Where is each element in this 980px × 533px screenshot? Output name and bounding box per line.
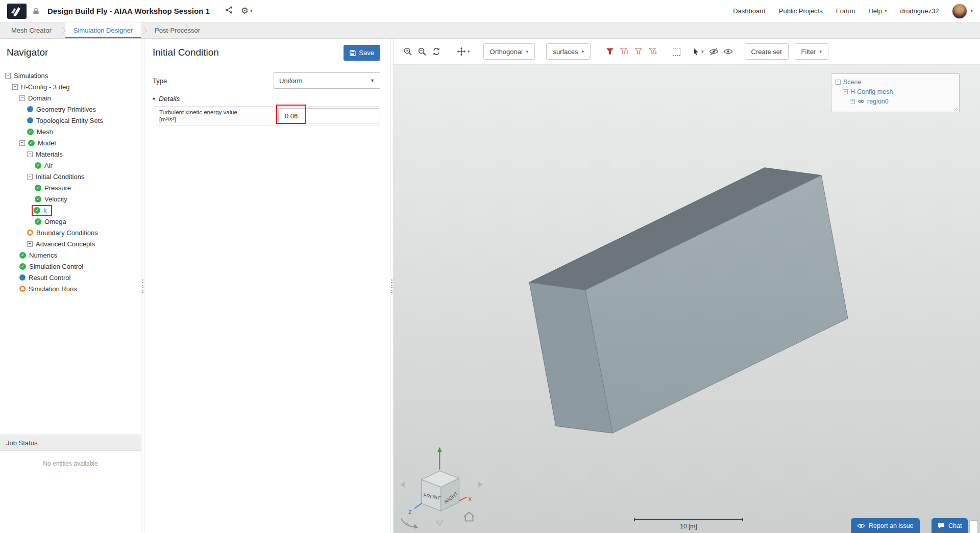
create-set-button[interactable]: Create set (745, 43, 789, 60)
select-tool-button[interactable]: ▾ (692, 47, 704, 56)
nav-item-k[interactable]: ✓ k (0, 205, 141, 216)
nav-forum[interactable]: Forum (836, 7, 855, 15)
scale-bar-line (634, 518, 743, 521)
rotate-left-arrow-icon[interactable] (400, 481, 405, 488)
marquee-select-button[interactable] (669, 44, 683, 59)
filter-solid-button[interactable] (603, 44, 617, 59)
status-check-icon: ✓ (35, 218, 41, 225)
splitter-grip-icon[interactable] (142, 280, 143, 293)
status-ring-icon (19, 286, 26, 292)
nav-item-simulation-runs[interactable]: Simulation Runs (0, 283, 141, 294)
panel-splitter[interactable] (390, 39, 394, 533)
expand-icon[interactable]: + (850, 99, 855, 104)
cursor-icon (692, 47, 700, 56)
collapse-icon[interactable]: − (12, 84, 18, 90)
collapse-icon[interactable]: − (27, 151, 33, 157)
scene-item-mesh[interactable]: − H-Config mesh (835, 87, 956, 96)
details-triangle-icon: ▼ (152, 96, 156, 101)
type-label: Type (153, 77, 167, 85)
nav-item-boundary-conditions[interactable]: Boundary Conditions (0, 227, 141, 238)
field-row: Turbulent kinetic energy value [m²/s²] (154, 106, 380, 125)
zoom-out-button[interactable] (415, 44, 429, 59)
x-axis-icon (459, 497, 467, 501)
nav-item-result-control[interactable]: Result Control (0, 272, 141, 283)
nav-item-materials[interactable]: − Materials (0, 148, 141, 160)
nav-item-simulations[interactable]: − Simulations (0, 70, 141, 81)
collapse-icon[interactable]: − (19, 140, 25, 146)
share-icon[interactable] (225, 6, 233, 16)
reset-view-button[interactable] (429, 44, 444, 59)
home-icon[interactable] (464, 512, 474, 521)
nav-item-advanced-concepts[interactable]: + Advanced Concepts (0, 238, 141, 249)
scene-item-region0[interactable]: + region0 (835, 97, 956, 106)
tab-mesh-creator[interactable]: Mesh Creator (3, 22, 60, 38)
collapsed-widget[interactable] (969, 520, 978, 533)
report-issue-button[interactable]: Report an issue (851, 518, 920, 533)
chevron-down-icon: ▾ (819, 49, 822, 54)
collapse-icon[interactable]: − (19, 95, 25, 101)
nav-item-geometry-primitives[interactable]: Geometry Primitives (0, 104, 141, 115)
settings-menu[interactable]: ⚙ ▾ (241, 7, 253, 15)
type-select[interactable]: Uniform ▼ (274, 72, 380, 89)
save-button[interactable]: Save (344, 45, 380, 61)
nav-item-air[interactable]: ✓ Air (0, 160, 141, 171)
zoom-in-button[interactable] (401, 44, 415, 59)
nav-item-h-config[interactable]: − H-Config - 3 deg (0, 81, 141, 92)
projection-dropdown[interactable]: Orthogonal ▾ (483, 43, 535, 60)
status-dot-icon (19, 274, 26, 281)
filter-outline-button[interactable] (631, 44, 646, 59)
username[interactable]: drodriguez32 (900, 7, 939, 15)
project-title: Design Build Fly - AIAA Workshop Session… (47, 7, 210, 15)
filter-remove-button[interactable] (646, 44, 660, 59)
app-logo-icon[interactable] (7, 4, 27, 19)
tab-post-processor[interactable]: Post-Processor (146, 22, 208, 38)
panel-splitter[interactable] (141, 39, 144, 533)
annotation-box-k: ✓ k (32, 205, 52, 216)
resize-grip-icon[interactable] (953, 106, 959, 111)
nav-public-projects[interactable]: Public Projects (779, 7, 823, 15)
collapse-icon[interactable]: − (836, 80, 841, 85)
scene-tree-panel[interactable]: − Scene − H-Config mesh + region0 (831, 73, 960, 112)
nav-item-domain[interactable]: − Domain (0, 92, 141, 104)
filter-dropdown[interactable]: Filter ▾ (795, 43, 828, 60)
chat-button[interactable]: Chat (932, 518, 968, 533)
collapse-icon[interactable]: − (27, 174, 33, 180)
eye-icon[interactable] (857, 99, 865, 104)
kinetic-energy-input[interactable] (278, 108, 379, 123)
nav-dashboard[interactable]: Dashboard (733, 7, 766, 15)
expand-icon[interactable]: + (27, 241, 33, 247)
nav-item-model[interactable]: − ✓ Model (0, 137, 141, 148)
hide-selected-button[interactable] (707, 44, 721, 59)
orientation-cube[interactable]: FRONT RIGHT x z (398, 441, 485, 530)
nav-item-pressure[interactable]: ✓ Pressure (0, 182, 141, 193)
tab-simulation-designer[interactable]: Simulation Designer (65, 22, 141, 38)
nav-item-initial-conditions[interactable]: − Initial Conditions (0, 171, 141, 182)
field-label: Turbulent kinetic energy value [m²/s²] (159, 109, 237, 123)
nav-help[interactable]: Help ▾ (868, 7, 887, 15)
chevron-down-icon: ▾ (250, 9, 253, 13)
move-tool-button[interactable]: ▾ (457, 47, 470, 56)
splitter-grip-icon[interactable] (391, 280, 393, 293)
status-check-icon: ✓ (35, 162, 41, 169)
rotate-right-arrow-icon[interactable] (478, 481, 483, 488)
nav-item-numerics[interactable]: ✓ Numerics (0, 249, 141, 261)
user-menu[interactable]: ▾ (952, 4, 973, 19)
avatar[interactable] (952, 4, 967, 19)
collapse-icon[interactable]: − (5, 73, 11, 79)
render-mode-dropdown[interactable]: surfaces ▾ (546, 43, 591, 60)
nav-item-mesh[interactable]: ✓ Mesh (0, 126, 141, 137)
tab-separator-icon (59, 27, 66, 34)
job-status-header[interactable]: Job Status (0, 435, 141, 451)
details-toggle[interactable]: ▼ Details (152, 95, 180, 103)
show-all-button[interactable] (721, 44, 736, 59)
scene-item-scene[interactable]: − Scene (835, 78, 956, 86)
nav-item-simulation-control[interactable]: ✓ Simulation Control (0, 261, 141, 272)
nav-item-velocity[interactable]: ✓ Velocity (0, 193, 141, 205)
status-check-icon: ✓ (35, 185, 41, 191)
nav-item-omega[interactable]: ✓ Omega (0, 216, 141, 227)
collapse-icon[interactable]: − (843, 89, 848, 94)
funnel-up-icon (620, 47, 629, 56)
rotate-down-arrow-icon[interactable] (436, 521, 443, 525)
filter-add-button[interactable] (617, 44, 631, 59)
nav-item-topological-entity-sets[interactable]: Topological Entity Sets (0, 115, 141, 126)
